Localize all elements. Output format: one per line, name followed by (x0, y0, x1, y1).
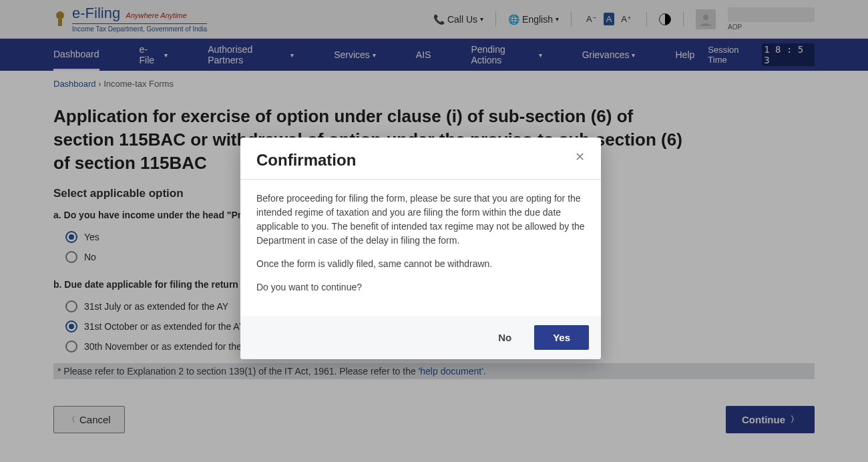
modal-paragraph-1: Before proceeding for filing the form, p… (256, 192, 585, 248)
modal-title: Confirmation (256, 151, 356, 170)
confirmation-modal: Confirmation ✕ Before proceeding for fil… (240, 138, 601, 359)
modal-no-button[interactable]: No (487, 325, 522, 350)
close-icon[interactable]: ✕ (575, 151, 585, 163)
modal-body: Before proceeding for filing the form, p… (240, 180, 601, 316)
modal-paragraph-3: Do you want to continue? (256, 280, 585, 294)
modal-overlay: Confirmation ✕ Before proceeding for fil… (0, 0, 868, 462)
modal-yes-button[interactable]: Yes (534, 325, 589, 350)
modal-paragraph-2: Once the form is validly filed, same can… (256, 257, 585, 271)
modal-footer: No Yes (240, 316, 601, 359)
